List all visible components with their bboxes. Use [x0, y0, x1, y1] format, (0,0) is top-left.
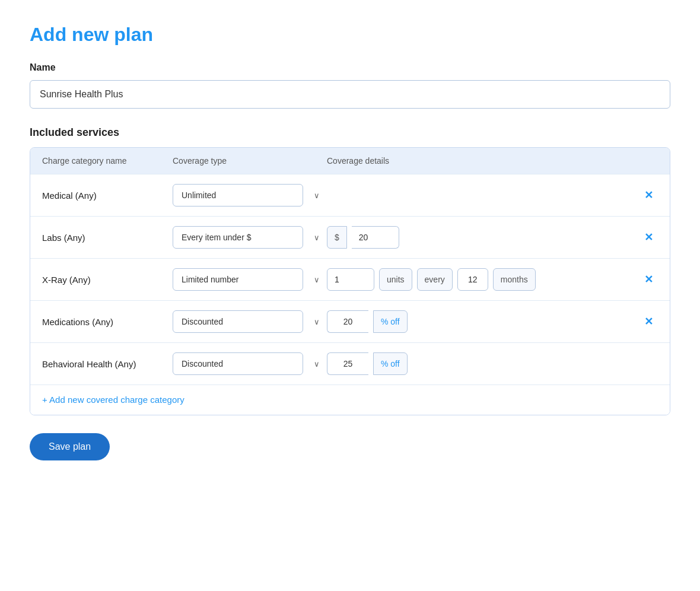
row-medical-delete-button[interactable]: ✕	[639, 188, 658, 203]
row-medications-name: Medications (Any)	[42, 317, 173, 327]
xray-period-label: months	[493, 268, 536, 291]
row-xray-delete-button[interactable]: ✕	[639, 272, 658, 287]
col-header-name: Charge category name	[42, 156, 173, 166]
row-medications-coverage-wrapper: Unlimited Limited number Every item unde…	[173, 310, 327, 333]
xray-every-label: every	[417, 268, 453, 291]
row-labs-name: Labs (Any)	[42, 233, 173, 243]
services-table: Charge category name Coverage type Cover…	[30, 147, 670, 415]
table-row: Behavioral Health (Any) Unlimited Limite…	[30, 342, 670, 385]
medications-discount-input[interactable]	[327, 310, 368, 333]
row-labs-coverage-select[interactable]: Unlimited Limited number Every item unde…	[173, 226, 303, 249]
table-header: Charge category name Coverage type Cover…	[30, 148, 670, 174]
xray-units-label: units	[379, 268, 412, 291]
behavioral-discount-input[interactable]	[327, 352, 368, 375]
row-xray-coverage-select[interactable]: Unlimited Limited number Every item unde…	[173, 268, 303, 291]
row-medical-coverage-select[interactable]: Unlimited Limited number Every item unde…	[173, 184, 303, 206]
row-xray-coverage-wrapper: Unlimited Limited number Every item unde…	[173, 268, 327, 291]
row-labs-coverage-wrapper: Unlimited Limited number Every item unde…	[173, 226, 327, 249]
row-medications-delete-button[interactable]: ✕	[639, 314, 658, 329]
dollar-symbol: $	[327, 226, 347, 249]
row-behavioral-coverage-wrapper: Unlimited Limited number Every item unde…	[173, 352, 327, 375]
row-medications-coverage-select[interactable]: Unlimited Limited number Every item unde…	[173, 310, 303, 333]
xray-period-value-input[interactable]	[457, 268, 488, 291]
behavioral-percent-label: % off	[373, 352, 408, 375]
table-row: Labs (Any) Unlimited Limited number Ever…	[30, 216, 670, 258]
row-medical-name: Medical (Any)	[42, 190, 173, 201]
table-row: Medications (Any) Unlimited Limited numb…	[30, 300, 670, 342]
table-row: Medical (Any) Unlimited Limited number E…	[30, 174, 670, 216]
row-behavioral-details: % off	[327, 352, 658, 375]
row-labs-delete-button[interactable]: ✕	[639, 230, 658, 245]
plan-name-input[interactable]	[30, 80, 670, 109]
row-xray-name: X-Ray (Any)	[42, 275, 173, 285]
row-behavioral-name: Behavioral Health (Any)	[42, 359, 173, 369]
labs-dollar-input[interactable]	[352, 226, 399, 249]
col-header-coverage-type: Coverage type	[173, 156, 327, 166]
xray-units-value-input[interactable]	[327, 268, 374, 291]
medications-percent-label: % off	[373, 310, 408, 333]
table-row: X-Ray (Any) Unlimited Limited number Eve…	[30, 258, 670, 300]
row-behavioral-coverage-select[interactable]: Unlimited Limited number Every item unde…	[173, 352, 303, 375]
add-category-row: + Add new covered charge category	[30, 385, 670, 415]
page-title: Add new plan	[30, 24, 670, 46]
included-services-label: Included services	[30, 126, 670, 139]
row-xray-details: units every months	[327, 268, 639, 291]
row-medications-details: % off	[327, 310, 639, 333]
row-medical-coverage-wrapper: Unlimited Limited number Every item unde…	[173, 184, 327, 206]
row-labs-details: $	[327, 226, 639, 249]
col-header-coverage-details: Coverage details	[327, 156, 658, 166]
save-plan-button[interactable]: Save plan	[30, 433, 110, 460]
add-category-link[interactable]: + Add new covered charge category	[42, 395, 184, 405]
name-label: Name	[30, 62, 670, 73]
